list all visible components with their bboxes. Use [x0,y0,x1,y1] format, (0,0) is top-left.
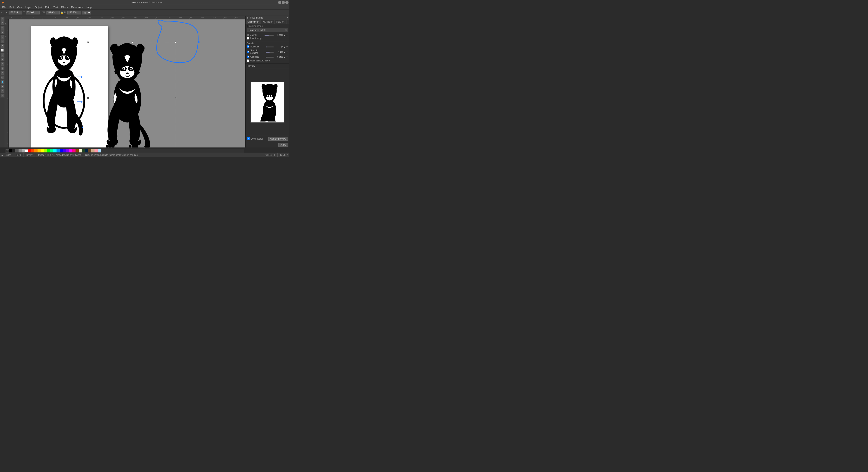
menu-extensions[interactable]: Extensions [70,6,85,9]
tab-real-art[interactable]: Real art [275,20,286,24]
handle-mr[interactable] [175,97,176,99]
color-brown[interactable] [75,149,79,153]
color-red[interactable] [28,149,31,153]
color-skyblue[interactable] [98,149,101,153]
color-tan[interactable] [91,149,94,153]
live-updates-checkbox[interactable] [247,137,250,140]
spray-tool[interactable]: ※ [0,85,4,89]
color-white[interactable] [25,149,28,153]
color-orange-red[interactable] [31,149,34,153]
tab-single-scan[interactable]: Single scan [246,20,261,24]
color-salmon[interactable] [94,149,98,153]
optimize-slider[interactable] [266,57,274,58]
color-cyan[interactable] [53,149,57,153]
color-green[interactable] [47,149,50,153]
menu-help[interactable]: Help [85,6,93,9]
color-yellow2[interactable] [41,149,44,153]
color-black[interactable] [9,149,12,153]
color-dgreen[interactable] [82,149,85,153]
palette-x[interactable]: × [6,149,9,153]
maximize-button[interactable] [282,1,285,4]
color-lime[interactable] [44,149,47,153]
speckles-up[interactable]: ▲ [283,46,285,48]
detection-mode-select[interactable]: Brightness cutoff Edge detection Color q… [247,28,288,32]
select-tool[interactable]: ↖ [0,17,4,21]
star-tool[interactable]: ★ [0,44,4,48]
threshold-slider[interactable] [265,35,274,36]
speckles-slider[interactable] [266,46,274,47]
color-sienna[interactable] [88,149,91,153]
menu-edit[interactable]: Edit [8,6,15,9]
lock-icon[interactable]: 🔒 [61,11,63,14]
color-violet[interactable] [66,149,69,153]
live-updates-row: Live updates [247,137,264,140]
gradient-tool[interactable]: ◱ [0,75,4,79]
text-tool[interactable]: A [0,71,4,75]
y-input[interactable] [26,11,39,14]
color-yellow[interactable] [37,149,41,153]
w-input[interactable] [46,11,60,14]
color-orange[interactable] [34,149,37,153]
window-controls[interactable] [278,1,288,4]
tweak-tool[interactable]: 〜 [0,26,4,30]
apply-button[interactable]: Apply [278,143,288,146]
x-input[interactable] [8,11,22,14]
zoom-tool[interactable]: ⊕ [0,30,4,34]
smooth-down[interactable]: ▼ [286,51,288,53]
pen-tool[interactable]: ✒ [0,62,4,66]
menu-object[interactable]: Object [33,6,43,9]
pencil-tool[interactable]: ✏ [0,57,4,61]
eraser-tool[interactable]: ◻ [0,89,4,93]
optimize-checkbox[interactable] [247,56,249,58]
color-navy[interactable] [85,149,88,153]
threshold-up[interactable]: ▲ [283,34,285,36]
connector-tool[interactable]: ↔ [0,94,4,98]
color-blue2[interactable] [60,149,63,153]
color-dgray[interactable] [16,149,19,153]
status-click-info: Click selection again to toggle scale/ro… [85,154,138,156]
optimize-down[interactable]: ▼ [286,56,288,58]
color-cream[interactable] [79,149,82,153]
units-select[interactable]: mm px cm [82,11,91,14]
dropper-tool[interactable]: 💧 [0,80,4,84]
close-button[interactable] [285,1,288,4]
color-pink[interactable] [72,149,75,153]
menu-filters[interactable]: Filters [60,6,69,9]
user-assisted-checkbox[interactable] [247,59,249,62]
invert-checkbox[interactable] [247,37,249,39]
speckles-label: Speckles [250,45,259,48]
menu-view[interactable]: View [16,6,24,9]
3d-box-tool[interactable]: ⬜ [0,48,4,53]
canvas-area[interactable]: + [8,20,245,147]
smooth-checkbox[interactable] [247,50,249,53]
optimize-up[interactable]: ▲ [283,56,285,58]
tab-multicolor[interactable]: Multicolor [261,20,275,24]
menu-file[interactable]: File [1,6,8,9]
color-teal[interactable] [50,149,53,153]
menu-text[interactable]: Text [52,6,59,9]
color-palette[interactable]: × [5,148,244,153]
update-preview-button[interactable]: Update preview [268,137,288,141]
status-image-info: Image 448 × 705 embedded in layer Layer … [38,154,83,156]
color-dark[interactable] [12,149,16,153]
speckles-down[interactable]: ▼ [286,46,288,48]
smooth-slider[interactable] [266,52,274,53]
threshold-down[interactable]: ▼ [286,34,288,36]
menu-layer[interactable]: Layer [24,6,33,9]
color-magenta[interactable] [69,149,72,153]
color-indigo[interactable] [63,149,66,153]
rect-tool[interactable]: □ [0,35,4,39]
ellipse-tool[interactable]: ○ [0,39,4,43]
color-gray[interactable] [19,149,22,153]
color-blue[interactable] [57,149,60,153]
minimize-button[interactable] [278,1,281,4]
color-lgray[interactable] [22,149,25,153]
h-input[interactable] [67,11,81,14]
menu-path[interactable]: Path [44,6,52,9]
speckles-checkbox[interactable] [247,45,249,48]
node-tool[interactable]: ⬡ [0,21,4,25]
spiral-tool[interactable]: ◎ [0,53,4,57]
smooth-up[interactable]: ▲ [283,51,285,53]
panel-close-icon[interactable]: × [287,16,288,19]
calligraphy-tool[interactable]: ∫ [0,66,4,70]
